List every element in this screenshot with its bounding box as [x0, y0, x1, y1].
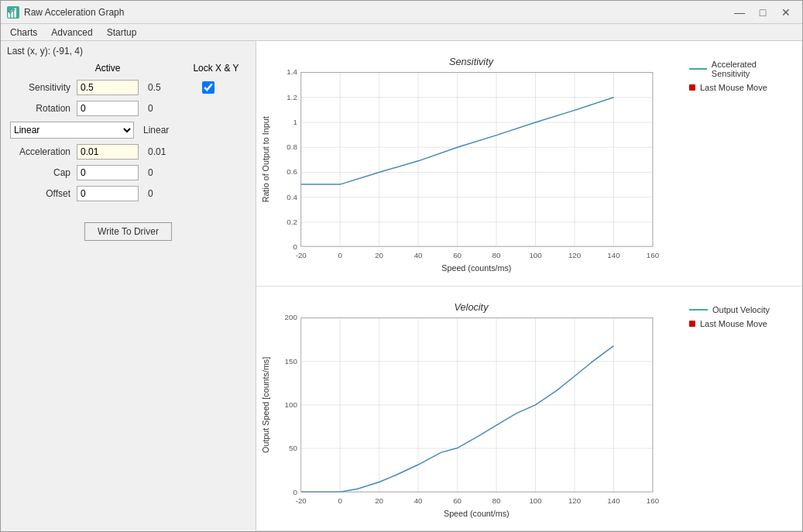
- accel-type-select[interactable]: Linear Classic Natural Synchronous Power…: [10, 122, 134, 139]
- svg-text:0.2: 0.2: [287, 218, 297, 226]
- close-button[interactable]: ✕: [776, 5, 796, 20]
- svg-text:120: 120: [568, 251, 582, 259]
- offset-active-input[interactable]: [77, 186, 139, 201]
- svg-text:160: 160: [647, 496, 660, 504]
- svg-text:Ratio of Output to Input: Ratio of Output to Input: [261, 116, 270, 202]
- acceleration-value: 0.01: [139, 146, 185, 157]
- svg-text:80: 80: [492, 251, 501, 259]
- svg-text:Velocity: Velocity: [455, 301, 489, 312]
- sensitivity-chart-area: Sensitivity: [259, 47, 683, 280]
- svg-text:1.4: 1.4: [287, 67, 297, 76]
- svg-text:40: 40: [414, 251, 423, 259]
- rotation-row: Rotation 0: [7, 101, 249, 116]
- svg-text:60: 60: [453, 251, 462, 259]
- svg-text:1.2: 1.2: [287, 93, 297, 101]
- svg-rect-42: [301, 73, 653, 247]
- offset-label: Offset: [7, 188, 77, 199]
- sensitivity-chart-container: Sensitivity: [256, 41, 802, 287]
- lock-xy-checkbox[interactable]: [202, 81, 214, 94]
- svg-text:0: 0: [338, 251, 343, 259]
- acceleration-label: Acceleration: [7, 146, 77, 157]
- menu-startup[interactable]: Startup: [101, 26, 143, 39]
- svg-text:60: 60: [453, 496, 462, 504]
- write-btn-row: Write To Driver: [7, 222, 249, 241]
- svg-text:160: 160: [647, 251, 660, 259]
- velocity-line-icon: [689, 309, 708, 311]
- svg-text:40: 40: [414, 496, 423, 504]
- sensitivity-legend: Accelerated Sensitivity Last Mouse Move: [683, 47, 799, 280]
- velocity-svg: Velocity: [259, 293, 683, 525]
- left-panel: Last (x, y): (-91, 4) Active Lock X & Y …: [1, 41, 256, 531]
- svg-text:100: 100: [529, 496, 542, 504]
- cap-row: Cap 0: [7, 165, 249, 180]
- svg-text:100: 100: [529, 251, 542, 259]
- sensitivity-value: 0.5: [139, 82, 185, 93]
- svg-text:120: 120: [568, 496, 582, 504]
- svg-text:0.6: 0.6: [287, 167, 297, 176]
- sensitivity-dot-icon: [689, 84, 695, 91]
- sensitivity-svg: Sensitivity: [259, 47, 683, 280]
- svg-text:20: 20: [375, 251, 383, 259]
- cap-label: Cap: [7, 167, 77, 178]
- sensitivity-legend-dot: Last Mouse Move: [689, 83, 793, 92]
- sensitivity-label: Sensitivity: [7, 82, 77, 93]
- sensitivity-line-icon: [689, 68, 707, 70]
- cap-value: 0: [139, 167, 185, 178]
- velocity-chart-container: Velocity: [256, 287, 802, 532]
- velocity-legend: Output Velocity Last Mouse Move: [683, 293, 799, 525]
- offset-row: Offset 0: [7, 186, 249, 201]
- title-bar-left: Raw Acceleration Graph: [7, 6, 124, 19]
- svg-text:100: 100: [285, 400, 298, 408]
- window-title: Raw Acceleration Graph: [24, 7, 124, 18]
- svg-text:0: 0: [338, 496, 343, 504]
- write-to-driver-button[interactable]: Write To Driver: [84, 222, 172, 241]
- main-window: Raw Acceleration Graph — □ ✕ Charts Adva…: [0, 0, 803, 532]
- rotation-active-input[interactable]: [77, 101, 139, 116]
- svg-text:200: 200: [285, 313, 298, 321]
- sensitivity-dot-label: Last Mouse Move: [700, 83, 767, 92]
- rotation-value: 0: [139, 103, 185, 114]
- svg-text:-20: -20: [296, 251, 307, 259]
- offset-value: 0: [139, 188, 185, 199]
- accel-type-display: Linear: [134, 125, 169, 136]
- title-controls: — □ ✕: [729, 5, 796, 20]
- maximize-button[interactable]: □: [753, 5, 773, 20]
- minimize-button[interactable]: —: [729, 5, 750, 20]
- velocity-line-label: Output Velocity: [712, 305, 770, 314]
- svg-text:1: 1: [293, 118, 297, 126]
- svg-text:140: 140: [607, 251, 620, 259]
- acceleration-active-input[interactable]: [77, 144, 139, 160]
- sensitivity-line-label: Accelerated Sensitivity: [712, 60, 793, 78]
- form-header-row: Active Lock X & Y: [7, 61, 249, 77]
- sensitivity-row: Sensitivity 0.5: [7, 80, 249, 95]
- svg-text:0.4: 0.4: [287, 193, 297, 201]
- menu-advanced[interactable]: Advanced: [45, 26, 98, 39]
- sensitivity-active-input[interactable]: [77, 80, 139, 95]
- title-bar: Raw Acceleration Graph — □ ✕: [1, 1, 802, 24]
- menu-charts[interactable]: Charts: [4, 26, 43, 39]
- svg-text:80: 80: [492, 496, 501, 504]
- right-panel: Sensitivity: [256, 41, 802, 531]
- svg-text:0: 0: [293, 242, 297, 251]
- velocity-legend-dot: Last Mouse Move: [689, 319, 793, 328]
- svg-text:0.8: 0.8: [287, 142, 297, 151]
- svg-text:Output Speed [counts/ms]: Output Speed [counts/ms]: [261, 356, 270, 452]
- main-content: Last (x, y): (-91, 4) Active Lock X & Y …: [1, 41, 802, 531]
- velocity-dot-icon: [689, 321, 695, 327]
- svg-text:50: 50: [289, 444, 297, 452]
- svg-text:20: 20: [375, 496, 383, 504]
- acceleration-row: Acceleration 0.01: [7, 144, 249, 160]
- header-active: Active: [77, 63, 139, 74]
- svg-text:150: 150: [285, 357, 298, 366]
- coords-display: Last (x, y): (-91, 4): [7, 44, 249, 58]
- svg-text:Speed (count/ms): Speed (count/ms): [444, 509, 510, 518]
- rotation-label: Rotation: [7, 103, 77, 114]
- velocity-chart-area: Velocity: [259, 293, 683, 525]
- svg-text:Speed (counts/ms): Speed (counts/ms): [441, 263, 511, 273]
- header-lock-xy: Lock X & Y: [185, 63, 247, 74]
- accel-type-row: Linear Classic Natural Synchronous Power…: [7, 122, 249, 139]
- cap-active-input[interactable]: [77, 165, 139, 180]
- sensitivity-legend-line: Accelerated Sensitivity: [689, 60, 793, 78]
- svg-text:-20: -20: [296, 496, 307, 504]
- velocity-dot-label: Last Mouse Move: [700, 319, 767, 328]
